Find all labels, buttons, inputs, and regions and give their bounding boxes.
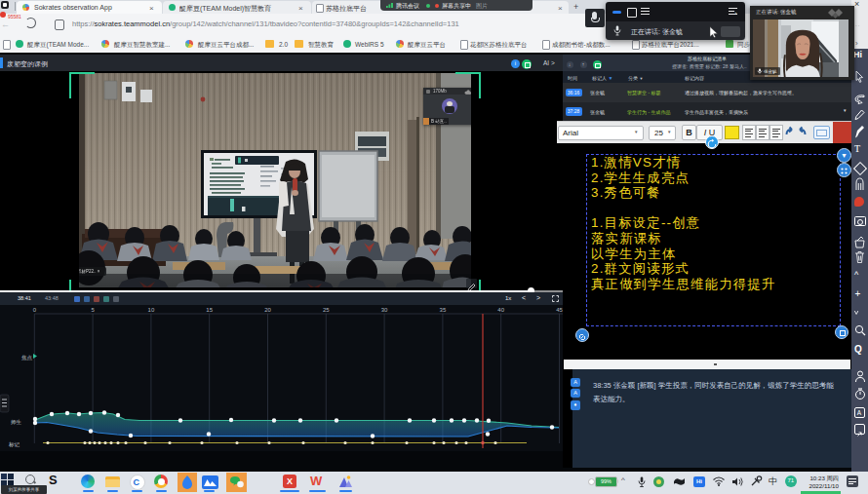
svg-text:30: 30 bbox=[381, 307, 388, 313]
svg-text:师生: 师生 bbox=[11, 419, 22, 425]
svg-text:15: 15 bbox=[206, 307, 213, 313]
svg-text:40: 40 bbox=[497, 307, 504, 313]
svg-text:焦点: 焦点 bbox=[21, 355, 33, 361]
svg-text:25: 25 bbox=[323, 307, 330, 313]
svg-text:20: 20 bbox=[264, 307, 271, 313]
svg-text:标记: 标记 bbox=[8, 441, 20, 448]
svg-text:35: 35 bbox=[440, 307, 447, 313]
svg-text:10: 10 bbox=[148, 307, 155, 313]
